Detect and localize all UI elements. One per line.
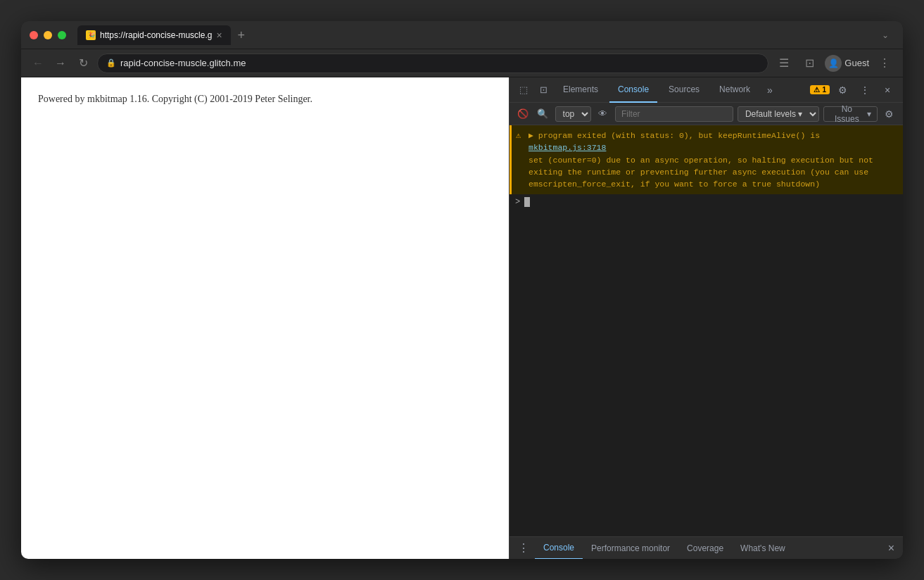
filter-toggle-button[interactable]: 🔍	[535, 106, 550, 122]
bottom-menu-icon[interactable]: ⋮	[512, 537, 535, 560]
avatar: 👤	[825, 55, 842, 72]
inspect-element-button[interactable]: ⬚	[515, 82, 532, 99]
console-warning-message: ⚠ ▶ program exited (with status: 0), but…	[510, 125, 903, 194]
eye-button[interactable]: 👁	[595, 106, 611, 122]
clear-console-button[interactable]: 🚫	[515, 106, 531, 122]
console-source-link[interactable]: mkbitmap.js:3718	[529, 143, 606, 152]
more-button[interactable]: ⋮	[875, 53, 894, 73]
traffic-lights	[30, 31, 66, 39]
page-text: Powered by mkbitmap 1.16. Copyright (C) …	[38, 92, 492, 107]
warning-badge[interactable]: ⚠ 1	[810, 85, 830, 94]
devtools-toolbar: 🚫 🔍 top 👁 Default levels ▾ No Issues ▾ ⚙	[510, 103, 903, 125]
tab-title: https://rapid-concise-muscle.g	[100, 30, 212, 40]
more-devtools-tabs-button[interactable]: »	[761, 77, 778, 103]
expand-tabs-icon[interactable]: ⌄	[876, 30, 894, 40]
devtools-panel: ⬚ ⊡ Elements Console Sources Network »	[509, 77, 903, 559]
bottom-tab-coverage[interactable]: Coverage	[678, 537, 732, 560]
minimize-window-button[interactable]	[44, 31, 52, 39]
new-tab-button[interactable]: +	[232, 29, 251, 42]
tab-search-button[interactable]: ⊡	[799, 53, 819, 73]
bottom-tab-console[interactable]: Console	[535, 537, 583, 560]
prompt-arrow-icon: >	[515, 197, 520, 207]
address-bar: ← → ↻ 🔒 rapid-concise-muscle.glitch.me ☰…	[21, 49, 903, 77]
main-content: Powered by mkbitmap 1.16. Copyright (C) …	[21, 77, 903, 559]
warning-icon: ⚠	[814, 86, 820, 94]
bottom-tab-whats-new[interactable]: What's New	[732, 537, 794, 560]
console-settings-button[interactable]: ⚙	[882, 106, 897, 122]
forward-button[interactable]: →	[52, 55, 69, 72]
devtools-more-button[interactable]: ⋮	[855, 80, 875, 100]
no-issues-arrow-icon: ▾	[867, 109, 871, 119]
levels-selector[interactable]: Default levels ▾	[738, 106, 819, 122]
sidebar-toggle-button[interactable]: ☰	[774, 53, 794, 73]
devtools-settings-button[interactable]: ⚙	[833, 80, 852, 100]
console-message-line4: emscripten_force_exit, if you want to fo…	[529, 179, 820, 189]
refresh-button[interactable]: ↻	[75, 55, 91, 72]
bottom-panel-close-button[interactable]: ×	[882, 537, 900, 560]
lock-icon: 🔒	[106, 58, 116, 68]
warning-count: 1	[822, 86, 826, 94]
tab-bar: 🎉 https://rapid-concise-muscle.g × + ⌄	[77, 25, 894, 45]
no-issues-button[interactable]: No Issues ▾	[823, 106, 878, 122]
tab-console[interactable]: Console	[609, 77, 657, 103]
context-selector[interactable]: top	[555, 106, 591, 122]
console-output: ⚠ ▶ program exited (with status: 0), but…	[510, 125, 903, 536]
account-button[interactable]: 👤 Guest	[825, 55, 869, 72]
tab-favicon-icon: 🎉	[86, 30, 96, 40]
bottom-tab-performance-monitor[interactable]: Performance monitor	[583, 537, 678, 560]
device-toggle-button[interactable]: ⊡	[535, 82, 552, 99]
devtools-bottom-tabs: ⋮ Console Performance monitor Coverage W…	[510, 536, 903, 559]
url-text: rapid-concise-muscle.glitch.me	[120, 58, 246, 68]
browser-window: 🎉 https://rapid-concise-muscle.g × + ⌄ ←…	[21, 21, 903, 559]
browser-tab-active[interactable]: 🎉 https://rapid-concise-muscle.g ×	[77, 25, 231, 45]
address-right-actions: ☰ ⊡ 👤 Guest ⋮	[774, 53, 894, 73]
console-message-line2: set (counter=0) due to an async operatio…	[529, 156, 873, 165]
maximize-window-button[interactable]	[58, 31, 66, 39]
tab-network[interactable]: Network	[711, 77, 759, 103]
console-prompt[interactable]: >	[510, 194, 903, 210]
url-bar[interactable]: 🔒 rapid-concise-muscle.glitch.me	[97, 53, 768, 73]
filter-input[interactable]	[615, 106, 733, 122]
devtools-close-button[interactable]: ×	[878, 80, 897, 100]
console-message-line1: ▶ program exited (with status: 0), but k…	[529, 131, 820, 140]
devtools-header: ⬚ ⊡ Elements Console Sources Network »	[510, 77, 903, 103]
page-content: Powered by mkbitmap 1.16. Copyright (C) …	[21, 77, 509, 559]
no-issues-label: No Issues	[830, 104, 864, 124]
title-bar: 🎉 https://rapid-concise-muscle.g × + ⌄	[21, 21, 903, 49]
close-window-button[interactable]	[30, 31, 38, 39]
tab-close-icon[interactable]: ×	[216, 30, 222, 40]
devtools-header-actions: ⚠ 1 ⚙ ⋮ ×	[810, 80, 897, 100]
tab-elements[interactable]: Elements	[555, 77, 607, 103]
tab-sources[interactable]: Sources	[660, 77, 708, 103]
account-label: Guest	[844, 58, 869, 68]
back-button[interactable]: ←	[30, 55, 46, 72]
console-warning-icon: ⚠	[516, 130, 521, 142]
console-cursor	[524, 197, 530, 207]
console-message-line3: exiting the runtime or preventing furthe…	[529, 168, 868, 177]
